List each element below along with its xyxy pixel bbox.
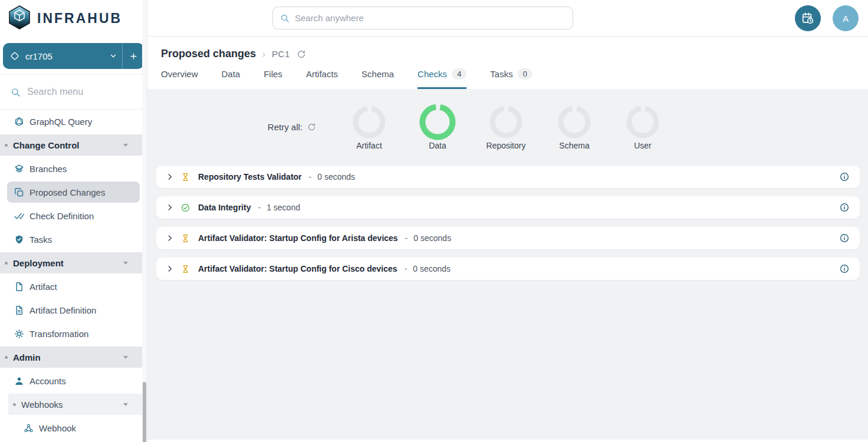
check-category-artifact[interactable]: Artifact: [335, 103, 403, 150]
tab-artifacts[interactable]: Artifacts: [306, 68, 338, 89]
tab-tasks[interactable]: Tasks 0: [490, 68, 532, 89]
tab-files[interactable]: Files: [264, 68, 282, 89]
validator-row-artifact-arista[interactable]: Artifact Validator: Startup Config for A…: [156, 227, 860, 249]
tab-label: Files: [264, 69, 282, 79]
tab-label: Schema: [361, 69, 394, 79]
retry-all-button[interactable]: [307, 123, 316, 131]
person-icon: [14, 376, 24, 386]
avatar[interactable]: A: [833, 5, 859, 31]
tab-label: Tasks: [490, 69, 512, 79]
sidebar-section-admin[interactable]: Admin: [0, 347, 147, 368]
sidebar-item-webhook[interactable]: Webhook: [0, 416, 147, 440]
chevron-right-icon[interactable]: [166, 234, 174, 242]
check-category-data[interactable]: Data: [403, 103, 472, 150]
chevron-right-icon[interactable]: [166, 265, 174, 273]
sidebar-item-branches[interactable]: Branches: [0, 157, 147, 180]
validator-duration: 0 seconds: [317, 172, 355, 182]
menu-search-input[interactable]: [27, 87, 133, 97]
chevron-right-icon[interactable]: [166, 203, 174, 212]
info-icon[interactable]: [840, 172, 849, 182]
check-circle-icon: [181, 203, 190, 212]
graphql-icon: [14, 117, 24, 127]
check-category-schema[interactable]: Schema: [540, 103, 609, 150]
sidebar-section-change-control[interactable]: Change Control: [0, 134, 147, 156]
category-label: Data: [429, 141, 446, 150]
branch-selector-current[interactable]: cr1705: [3, 43, 122, 69]
app-name: INFRAHUB: [37, 11, 122, 27]
sidebar-item-check-definition[interactable]: Check Definition: [0, 204, 147, 227]
sidebar-item-label: Check Definition: [29, 211, 94, 221]
sidebar-item-artifact[interactable]: Artifact: [0, 275, 147, 298]
sidebar-scrollbar-track[interactable]: [142, 0, 147, 442]
info-icon[interactable]: [840, 203, 849, 212]
progress-ring-icon: [419, 103, 456, 141]
chevron-right-icon[interactable]: [166, 173, 174, 181]
sidebar-section-label: Deployment: [13, 258, 64, 268]
tab-overview[interactable]: Overview: [161, 68, 198, 89]
progress-ring-icon: [487, 103, 525, 141]
refresh-icon[interactable]: [297, 50, 306, 59]
tab-schema[interactable]: Schema: [361, 68, 394, 89]
check-category-repository[interactable]: Repository: [472, 103, 540, 150]
tab-checks[interactable]: Checks 4: [417, 68, 466, 89]
sidebar-item-transformation[interactable]: Transformation: [0, 322, 147, 345]
menu-search[interactable]: [0, 75, 147, 109]
infrahub-logo-icon: [8, 5, 31, 31]
page-title[interactable]: Proposed changes: [161, 48, 256, 60]
validator-name: Artifact Validator: Startup Config for C…: [198, 264, 397, 273]
global-search[interactable]: [272, 6, 573, 29]
progress-ring-icon: [624, 103, 662, 141]
breadcrumb: Proposed changes › PC1: [147, 37, 868, 60]
validator-list: Repository Tests Validator - 0 seconds: [147, 166, 868, 280]
sidebar-scrollbar-thumb[interactable]: [143, 382, 146, 442]
copy-icon: [14, 187, 24, 197]
sidebar-section-webhooks[interactable]: Webhooks: [8, 394, 147, 415]
calendar-clock-icon: [801, 12, 814, 25]
branch-name: cr1705: [25, 51, 52, 61]
app-logo[interactable]: INFRAHUB: [0, 0, 147, 37]
validator-duration: 1 second: [267, 203, 300, 212]
sidebar-item-graphql-query[interactable]: GraphQL Query: [0, 110, 147, 133]
plus-icon: [129, 52, 138, 61]
tab-bar: Overview Data Files Artifacts Schema Che…: [147, 68, 868, 89]
layers-icon: [14, 164, 24, 174]
branch-icon: [10, 51, 19, 61]
validator-row-data-integrity[interactable]: Data Integrity - 1 second: [156, 196, 860, 219]
tab-badge: 0: [518, 68, 532, 80]
separator: -: [405, 233, 408, 243]
sidebar-item-label: Accounts: [29, 376, 66, 386]
sidebar-item-tasks[interactable]: Tasks: [0, 227, 147, 251]
global-search-input[interactable]: [295, 13, 573, 23]
separator: -: [309, 172, 312, 182]
branch-selector[interactable]: cr1705: [3, 43, 144, 69]
bullet-icon: [13, 403, 16, 406]
sidebar-item-artifact-definition[interactable]: Artifact Definition: [0, 298, 147, 322]
bullet-icon: [5, 144, 8, 147]
add-branch-button[interactable]: [123, 43, 144, 69]
info-icon[interactable]: [840, 233, 849, 243]
sidebar-section-deployment[interactable]: Deployment: [0, 252, 147, 273]
retry-all-row: Retry all: Artifact Data: [147, 103, 868, 150]
tab-data[interactable]: Data: [222, 68, 241, 89]
validator-duration: 0 seconds: [413, 264, 451, 273]
check-category-user[interactable]: User: [609, 103, 677, 150]
hourglass-icon: [181, 265, 190, 273]
validator-name: Repository Tests Validator: [198, 172, 302, 182]
progress-ring-icon: [350, 103, 388, 141]
avatar-letter: A: [843, 14, 849, 24]
sidebar-item-label: Artifact Definition: [29, 305, 96, 315]
sidebar-item-label: Branches: [29, 164, 67, 174]
validator-name: Artifact Validator: Startup Config for A…: [198, 233, 398, 243]
validator-row-artifact-cisco[interactable]: Artifact Validator: Startup Config for C…: [156, 258, 860, 280]
sidebar-item-proposed-changes[interactable]: Proposed Changes: [7, 182, 140, 203]
info-icon[interactable]: [840, 264, 849, 273]
validator-name: Data Integrity: [198, 203, 251, 212]
sidebar-item-label: Proposed Changes: [29, 187, 105, 197]
hourglass-icon: [181, 173, 190, 182]
sidebar: INFRAHUB cr1705: [0, 0, 147, 442]
sidebar-item-accounts[interactable]: Accounts: [0, 369, 147, 392]
checks-panel: Retry all: Artifact Data: [147, 89, 868, 440]
chevron-down-icon: [109, 52, 117, 60]
schedule-button[interactable]: [795, 5, 821, 31]
validator-row-repository-tests[interactable]: Repository Tests Validator - 0 seconds: [156, 166, 860, 188]
